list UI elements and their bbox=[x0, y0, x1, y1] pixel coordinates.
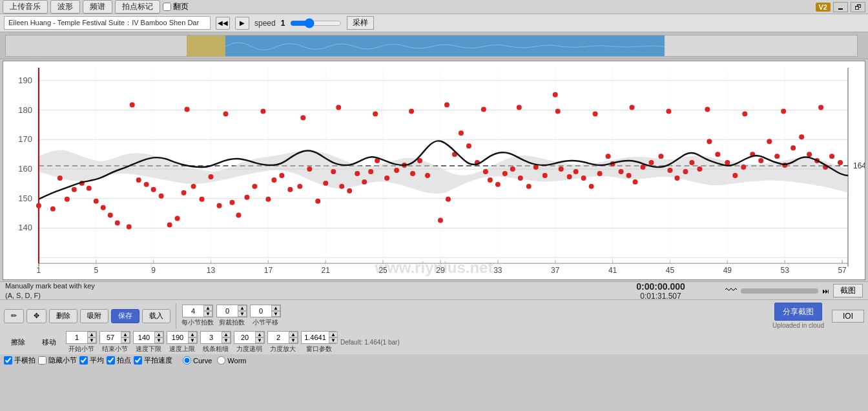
v2-badge: V2 bbox=[816, 3, 831, 12]
waveform-btn[interactable]: 波形 bbox=[50, 0, 80, 14]
speed-max-input[interactable] bbox=[167, 334, 188, 341]
svg-point-158 bbox=[829, 154, 834, 159]
window-up[interactable]: ▲ bbox=[329, 332, 338, 337]
start-bar-up[interactable]: ▲ bbox=[87, 332, 96, 337]
cb-beats[interactable]: 拍点 bbox=[107, 356, 131, 365]
svg-point-96 bbox=[339, 184, 344, 189]
end-bar-down[interactable]: ▼ bbox=[121, 337, 130, 343]
cb-beat-speed[interactable]: 平拍速度 bbox=[134, 356, 172, 365]
speed-slider[interactable] bbox=[290, 18, 342, 28]
move-icon: ✥ bbox=[34, 312, 39, 319]
amplify-up[interactable]: ▲ bbox=[289, 332, 298, 337]
svg-point-91 bbox=[297, 184, 302, 189]
controls-row3: 手横拍 隐藏小节 平均 拍点 平拍速度 Curve Worm bbox=[4, 356, 864, 365]
move-btn[interactable]: ✥ bbox=[26, 309, 46, 323]
beats-per-bar-up[interactable]: ▲ bbox=[203, 305, 212, 311]
svg-point-126 bbox=[574, 169, 579, 174]
fade-down[interactable]: ▼ bbox=[255, 337, 264, 343]
svg-point-114 bbox=[483, 169, 488, 174]
svg-point-92 bbox=[307, 166, 312, 172]
end-bar-up[interactable]: ▲ bbox=[121, 332, 130, 337]
svg-point-102 bbox=[384, 175, 389, 181]
line-width-up[interactable]: ▲ bbox=[222, 332, 231, 337]
svg-text:53: 53 bbox=[781, 266, 790, 275]
svg-point-155 bbox=[807, 152, 812, 157]
speed-max-down[interactable]: ▼ bbox=[188, 337, 197, 343]
speed-min-input[interactable] bbox=[134, 334, 154, 341]
svg-text:1: 1 bbox=[37, 266, 41, 275]
page-turn-checkbox[interactable] bbox=[163, 3, 171, 11]
svg-point-132 bbox=[619, 169, 624, 174]
upload-music-btn[interactable]: 上传音乐 bbox=[3, 0, 48, 14]
attract-btn[interactable]: 吸附 bbox=[80, 309, 108, 323]
bar-offset-label: 小节平移 bbox=[253, 318, 278, 327]
page-turn-label: 翻页 bbox=[173, 1, 189, 12]
cb-hide-bars[interactable]: 隐藏小节 bbox=[38, 356, 77, 365]
svg-point-146 bbox=[732, 173, 738, 178]
svg-rect-2 bbox=[225, 35, 665, 57]
playback-slider[interactable] bbox=[741, 288, 818, 294]
svg-text:49: 49 bbox=[723, 266, 732, 275]
cut-beats-down[interactable]: ▼ bbox=[238, 311, 247, 317]
svg-rect-3 bbox=[665, 35, 858, 57]
fade-input[interactable] bbox=[234, 334, 255, 341]
window-input[interactable] bbox=[302, 334, 329, 341]
svg-text:33: 33 bbox=[493, 266, 502, 275]
bar-offset-spinner: ▲ ▼ 小节平移 bbox=[250, 305, 281, 327]
cut-beats-input[interactable] bbox=[217, 307, 238, 315]
ioi-btn[interactable]: IOI bbox=[832, 310, 864, 323]
erase-btn[interactable]: ✏ bbox=[4, 309, 24, 323]
share-screenshot-btn[interactable]: 分享截图 bbox=[774, 303, 822, 321]
minimize-btn[interactable]: 🗕 bbox=[833, 2, 848, 12]
svg-point-72 bbox=[136, 177, 141, 183]
svg-point-138 bbox=[667, 168, 672, 173]
start-bar-input[interactable] bbox=[67, 334, 87, 341]
amplify-down[interactable]: ▼ bbox=[289, 337, 298, 343]
window-down[interactable]: ▼ bbox=[329, 337, 338, 343]
beat-mark-btn[interactable]: 拍点标记 bbox=[115, 0, 160, 14]
speed-min-down[interactable]: ▼ bbox=[154, 337, 163, 343]
track-title: Eileen Huang - Temple Festival Suite：IV … bbox=[4, 16, 211, 30]
line-width-input[interactable] bbox=[201, 334, 222, 341]
radio-curve[interactable]: Curve bbox=[183, 356, 212, 365]
svg-point-68 bbox=[108, 213, 113, 218]
prev-btn[interactable]: ◀◀ bbox=[216, 17, 230, 30]
delete-btn[interactable]: 删除 bbox=[49, 309, 78, 323]
svg-point-134 bbox=[633, 179, 638, 185]
move-label: 移动 bbox=[35, 337, 63, 347]
svg-point-129 bbox=[597, 171, 603, 176]
beats-per-bar-input[interactable] bbox=[183, 307, 203, 315]
start-bar-down[interactable]: ▼ bbox=[87, 337, 96, 343]
svg-point-140 bbox=[683, 169, 688, 174]
svg-point-178 bbox=[818, 105, 823, 110]
speed-min-up[interactable]: ▲ bbox=[154, 332, 163, 337]
restore-btn[interactable]: 🗗 bbox=[851, 2, 865, 12]
chart-container: /* generated below */ 190 180 170 160 15… bbox=[3, 61, 865, 280]
play-btn[interactable]: ▶ bbox=[235, 17, 249, 30]
radio-worm[interactable]: Worm bbox=[217, 356, 246, 365]
crop-btn[interactable]: 截图 bbox=[833, 284, 863, 297]
bar-offset-down[interactable]: ▼ bbox=[271, 311, 280, 317]
import-btn[interactable]: 载入 bbox=[142, 309, 170, 323]
cb-horizontal[interactable]: 手横拍 bbox=[4, 356, 36, 365]
beats-per-bar-down[interactable]: ▼ bbox=[203, 311, 212, 317]
hint-line2: (A, S, D, F) bbox=[5, 291, 596, 300]
amplify-input[interactable] bbox=[268, 334, 289, 341]
cb-average[interactable]: 平均 bbox=[79, 356, 104, 365]
speed-max-up[interactable]: ▲ bbox=[188, 332, 197, 337]
end-bar-input[interactable] bbox=[100, 334, 121, 341]
save-btn[interactable]: 保存 bbox=[111, 309, 140, 323]
speed-min-spinner: ▲ ▼ 速度下限 bbox=[133, 331, 164, 354]
spectrum-btn[interactable]: 频谱 bbox=[83, 0, 112, 14]
fade-up[interactable]: ▲ bbox=[255, 332, 264, 337]
status-hint: Manually mark beat with key (A, S, D, F) bbox=[5, 281, 596, 300]
apply-btn[interactable]: 采样 bbox=[347, 16, 374, 30]
svg-point-124 bbox=[559, 166, 564, 172]
cut-beats-up[interactable]: ▲ bbox=[238, 305, 247, 311]
svg-point-95 bbox=[331, 169, 336, 174]
bar-offset-input[interactable] bbox=[251, 307, 271, 315]
line-width-down[interactable]: ▼ bbox=[222, 337, 231, 343]
svg-point-161 bbox=[185, 107, 190, 112]
bar-offset-up[interactable]: ▲ bbox=[271, 305, 280, 311]
start-bar-spinner: ▲ ▼ 开始小节 bbox=[66, 331, 97, 354]
